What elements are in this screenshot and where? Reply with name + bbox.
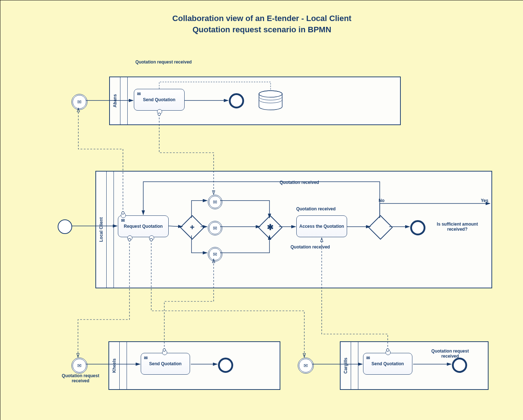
boundary-event-abans-bottom [157, 109, 162, 114]
title-line-1: Collaboration view of an E-tender - Loca… [172, 14, 351, 23]
bpmn-canvas: Collaboration view of an E-tender - Loca… [0, 0, 523, 420]
event-end-local-client[interactable] [410, 220, 425, 235]
event-kheels-message-start[interactable]: ✉ [71, 358, 87, 374]
boundary-event-rq-bot2 [149, 235, 154, 240]
lane-sep-abans [120, 77, 128, 124]
envelope-icon: ✉ [213, 199, 217, 205]
boundary-event-kheels-top [162, 350, 167, 355]
lane-sep-cargills [351, 342, 358, 389]
task-access-quotation[interactable]: Access the Quotation [296, 215, 347, 237]
lane-sep-local-client [106, 172, 114, 288]
event-msg-mid[interactable]: ✉ [208, 221, 222, 235]
envelope-icon: ✉ [77, 99, 82, 105]
event-msg-bot[interactable]: ✉ [208, 247, 222, 262]
datastore-abans[interactable] [258, 90, 283, 110]
event-abans-message-start[interactable]: ✉ [71, 94, 87, 110]
label-quotation-received-top: Quotation received [280, 180, 330, 185]
task-kheels-send-quotation[interactable]: ✉ Send Quotation [141, 353, 190, 375]
event-msg-top[interactable]: ✉ [208, 195, 222, 209]
event-cargills-message-start[interactable]: ✉ [298, 358, 314, 374]
envelope-icon: ✉ [304, 363, 308, 368]
pool-local-client-label: Local Client [96, 172, 107, 288]
pool-cargills-label: Cargills [341, 342, 351, 389]
boundary-event-cargills-top [386, 350, 391, 355]
envelope-icon: ✉ [366, 355, 370, 361]
pool-abans-label: Abans [110, 77, 120, 124]
envelope-icon: ✉ [213, 251, 217, 257]
envelope-icon: ✉ [144, 355, 148, 361]
label-abans-qr-received: Quotation request received [135, 59, 193, 65]
task-label: Request Quotation [124, 224, 162, 229]
event-cargills-end[interactable] [452, 358, 467, 373]
task-label: Send Quotation [143, 97, 175, 102]
pool-kheels[interactable]: Kheels [108, 341, 280, 390]
plus-icon: + [184, 219, 200, 235]
label-cargills-qr-received: Quotation request received [425, 349, 475, 359]
event-kheels-end[interactable] [218, 358, 233, 373]
envelope-icon: ✉ [213, 225, 217, 231]
task-label: Send Quotation [371, 361, 404, 366]
label-no: No [376, 198, 387, 203]
boundary-event-rq-bot1 [127, 235, 132, 240]
envelope-icon: ✉ [77, 363, 82, 368]
title-line-2: Quotation request scenario in BPMN [193, 25, 331, 34]
label-kheels-qr-received: Quotation request received [57, 373, 104, 384]
diagram-title: Collaboration view of an E-tender - Loca… [0, 13, 523, 36]
event-abans-end[interactable] [229, 93, 244, 108]
label-quotation-received-mid: Quotation received [291, 206, 341, 211]
envelope-icon: ✉ [121, 218, 125, 223]
gateway-exclusive-inner [372, 219, 388, 235]
envelope-icon: ✉ [137, 91, 141, 96]
task-label: Access the Quotation [299, 224, 344, 229]
task-label: Send Quotation [149, 361, 181, 366]
task-cargills-send-quotation[interactable]: ✉ Send Quotation [363, 353, 412, 375]
task-abans-send-quotation[interactable]: ✉ Send Quotation [134, 89, 185, 111]
label-quotation-received-bot: Quotation received [291, 244, 341, 250]
lane-sep-kheels [119, 342, 127, 389]
label-yes: Yes [479, 198, 490, 203]
event-start-local-client[interactable] [58, 219, 72, 234]
pool-kheels-label: Kheels [109, 342, 120, 389]
boundary-event-rq-top [121, 213, 126, 218]
asterisk-icon: ✱ [262, 219, 278, 235]
label-sufficient: Is sufficient amount received? [428, 222, 486, 232]
task-request-quotation[interactable]: ✉ Request Quotation [118, 215, 169, 237]
